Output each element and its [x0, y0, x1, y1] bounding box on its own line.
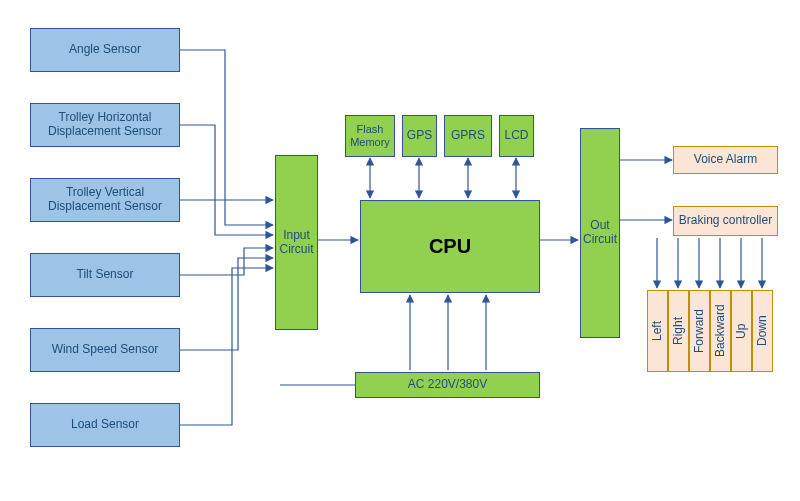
label: Down	[756, 316, 770, 347]
label: AC 220V/380V	[408, 378, 487, 392]
label: GPRS	[451, 129, 485, 143]
label: LCD	[504, 129, 528, 143]
label: Out Circuit	[583, 219, 617, 247]
block-lcd: LCD	[499, 115, 534, 157]
label: Trolley Horizontal Displacement Sensor	[35, 111, 175, 139]
label: Up	[735, 323, 749, 338]
block-trolley-horizontal-displacement-sensor: Trolley Horizontal Displacement Sensor	[30, 103, 180, 147]
block-tilt-sensor: Tilt Sensor	[30, 253, 180, 297]
block-gprs: GPRS	[444, 115, 492, 157]
label: Trolley Vertical Displacement Sensor	[35, 186, 175, 214]
block-cpu: CPU	[360, 200, 540, 293]
label: Forward	[693, 309, 707, 353]
label: Braking controller	[679, 214, 772, 228]
label: Load Sensor	[71, 418, 139, 432]
block-input-circuit: Input Circuit	[275, 155, 318, 330]
label: GPS	[407, 129, 432, 143]
block-direction-down: Down	[752, 290, 773, 372]
block-trolley-vertical-displacement-sensor: Trolley Vertical Displacement Sensor	[30, 178, 180, 222]
label: Tilt Sensor	[77, 268, 134, 282]
label: Angle Sensor	[69, 43, 141, 57]
block-voice-alarm: Voice Alarm	[673, 146, 778, 174]
block-gps: GPS	[402, 115, 437, 157]
block-direction-left: Left	[647, 290, 668, 372]
block-direction-backward: Backward	[710, 290, 731, 372]
block-flash-memory: Flash Memory	[345, 115, 395, 157]
block-out-circuit: Out Circuit	[580, 128, 620, 338]
label: Voice Alarm	[694, 153, 757, 167]
label: Right	[672, 317, 686, 345]
label: Left	[651, 321, 665, 341]
block-angle-sensor: Angle Sensor	[30, 28, 180, 72]
block-direction-right: Right	[668, 290, 689, 372]
label: Input Circuit	[280, 229, 314, 257]
label: Backward	[714, 305, 728, 358]
label: Flash Memory	[350, 123, 390, 148]
block-direction-up: Up	[731, 290, 752, 372]
block-braking-controller: Braking controller	[673, 206, 778, 236]
block-load-sensor: Load Sensor	[30, 403, 180, 447]
label: Wind Speed Sensor	[52, 343, 159, 357]
block-direction-forward: Forward	[689, 290, 710, 372]
block-wind-speed-sensor: Wind Speed Sensor	[30, 328, 180, 372]
label: CPU	[429, 235, 471, 258]
block-ac-power: AC 220V/380V	[355, 372, 540, 398]
